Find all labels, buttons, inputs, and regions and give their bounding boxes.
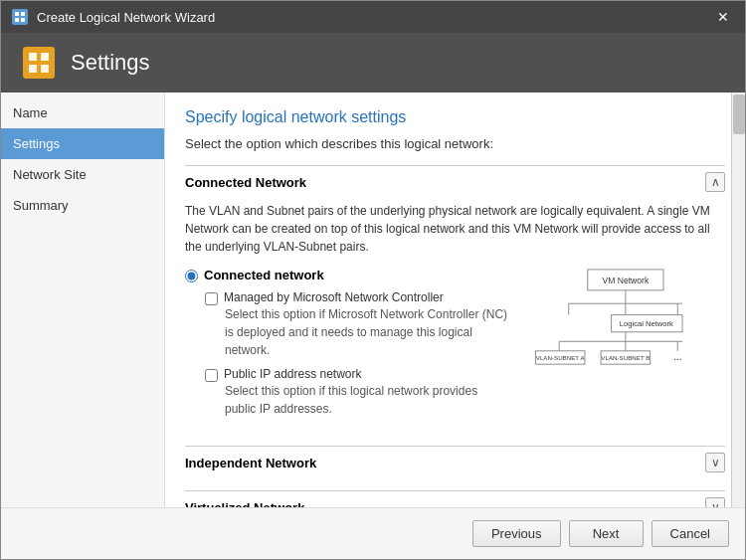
sidebar-item-settings[interactable]: Settings (1, 128, 164, 159)
cancel-button[interactable]: Cancel (652, 520, 729, 547)
diagram-svg: VM Network Logical Network (526, 268, 720, 367)
connected-network-title: Connected Network (185, 175, 306, 190)
managed-nc-suboption: Managed by Microsoft Network Controller … (205, 290, 510, 359)
scrollbar[interactable] (731, 93, 745, 507)
public-ip-checkbox[interactable] (205, 369, 218, 382)
svg-rect-7 (41, 53, 49, 61)
title-bar-left: Create Logical Network Wizard (11, 8, 215, 26)
header-icon (21, 45, 57, 81)
connected-network-section: Connected Network ∧ The VLAN and Subnet … (185, 165, 725, 434)
independent-network-title: Independent Network (185, 456, 316, 470)
managed-nc-label: Managed by Microsoft Network Controller (224, 290, 444, 304)
wizard-window: Create Logical Network Wizard ✕ Settings… (0, 0, 746, 560)
svg-text:Logical Network: Logical Network (620, 319, 673, 328)
previous-button[interactable]: Previous (472, 520, 561, 547)
connected-network-label: Connected network (204, 268, 324, 282)
connected-network-body: The VLAN and Subnet pairs of the underly… (185, 198, 725, 434)
header-title: Settings (71, 50, 150, 76)
wizard-header: Settings (1, 33, 745, 93)
svg-text:VM Network: VM Network (603, 276, 650, 285)
network-diagram: VM Network Logical Network (526, 268, 725, 426)
sidebar-item-network-site[interactable]: Network Site (1, 159, 164, 190)
title-bar: Create Logical Network Wizard ✕ (1, 1, 745, 33)
svg-rect-0 (12, 9, 28, 25)
wizard-icon (11, 8, 29, 26)
svg-text:VLAN-SUBNET B: VLAN-SUBNET B (601, 354, 650, 361)
svg-rect-6 (29, 53, 37, 61)
main-content: Specify logical network settings Select … (165, 93, 745, 507)
independent-network-section: Independent Network ∨ (185, 446, 725, 478)
connected-network-radio[interactable] (185, 270, 198, 282)
close-button[interactable]: ✕ (711, 7, 735, 27)
content-title: Specify logical network settings (185, 108, 725, 126)
sidebar-item-name[interactable]: Name (1, 97, 164, 128)
virtualized-network-header: Virtualized Network ∨ (185, 491, 725, 507)
connected-network-option: Connected network (185, 268, 510, 282)
public-ip-suboption: Public IP address network Select this op… (205, 367, 510, 418)
options-area: Connected network Managed by Microsoft N… (185, 268, 725, 426)
public-ip-label: Public IP address network (224, 367, 362, 381)
next-button[interactable]: Next (569, 520, 644, 547)
title-bar-title: Create Logical Network Wizard (37, 10, 215, 25)
svg-rect-4 (21, 18, 25, 22)
public-ip-desc-text: Select this option if this logical netwo… (225, 384, 477, 416)
sidebar-item-summary[interactable]: Summary (1, 190, 164, 221)
svg-text:...: ... (673, 351, 682, 362)
svg-rect-9 (41, 65, 49, 73)
virtualized-network-title: Virtualized Network (185, 500, 304, 508)
svg-rect-2 (21, 12, 25, 16)
svg-rect-1 (15, 12, 19, 16)
content-subtitle: Select the option which describes this l… (185, 136, 725, 151)
connected-network-header: Connected Network ∧ (185, 166, 725, 198)
managed-nc-desc: Select this option if Microsoft Network … (225, 305, 510, 359)
managed-nc-desc-text: Select this option if Microsoft Network … (225, 307, 507, 357)
scroll-thumb[interactable] (733, 94, 745, 134)
connected-network-desc: The VLAN and Subnet pairs of the underly… (185, 202, 725, 256)
managed-nc-checkbox[interactable] (205, 292, 218, 305)
public-ip-desc: Select this option if this logical netwo… (225, 382, 510, 418)
virtualized-network-section: Virtualized Network ∨ (185, 490, 725, 507)
wizard-body: Name Settings Network Site Summary Speci… (1, 93, 745, 507)
connected-network-toggle[interactable]: ∧ (705, 172, 725, 192)
options-left: Connected network Managed by Microsoft N… (185, 268, 510, 426)
svg-text:VLAN-SUBNET A: VLAN-SUBNET A (536, 354, 586, 361)
wizard-footer: Previous Next Cancel (1, 507, 745, 559)
independent-network-header: Independent Network ∨ (185, 447, 725, 478)
svg-rect-5 (23, 47, 55, 79)
virtualized-network-toggle[interactable]: ∨ (705, 497, 725, 507)
sidebar: Name Settings Network Site Summary (1, 93, 165, 507)
independent-network-toggle[interactable]: ∨ (705, 453, 725, 472)
svg-rect-8 (29, 65, 37, 73)
svg-rect-3 (15, 18, 19, 22)
